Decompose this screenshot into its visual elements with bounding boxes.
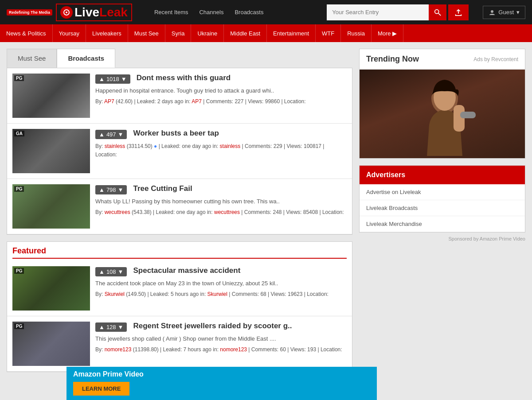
tab-must-see[interactable]: Must See xyxy=(7,49,57,68)
sidebar: Trending Now Ads by Revcontent xyxy=(359,49,525,372)
video-title[interactable]: Tree Cutting Fail xyxy=(133,184,192,193)
down-arrow-icon: ▼ xyxy=(121,76,127,82)
topnav-wtf[interactable]: WTF xyxy=(316,24,341,42)
up-arrow-icon: ▲ xyxy=(99,131,105,138)
logo-text: LiveLeak xyxy=(74,5,128,19)
video-meta: By: stainless (33114.50) ● | Leaked: one… xyxy=(95,142,347,159)
video-info: ▲ 128 ▼ Regent Street jewellers raided b… xyxy=(95,322,347,354)
topnav-yoursay[interactable]: Yoursay xyxy=(53,24,86,42)
tab-content: PG ▲ 1018 ▼ Dont mess with this guard Ha… xyxy=(7,68,352,235)
rating-badge: PG xyxy=(14,75,24,81)
featured-title-row: Featured xyxy=(7,242,352,261)
video-thumbnail[interactable]: PG xyxy=(12,74,90,118)
advertiser-link-1[interactable]: Advertise on Liveleak xyxy=(360,184,525,200)
channel-link[interactable]: nomore123 xyxy=(220,346,247,353)
tab-broadcasts[interactable]: Broadcasts xyxy=(57,49,115,68)
amazon-banner: Amazon Prime Video LEARN MORE xyxy=(66,367,377,379)
rating-badge: PG xyxy=(14,268,24,274)
up-arrow-icon: ▲ xyxy=(99,186,105,193)
down-arrow-icon: ▼ xyxy=(118,131,124,138)
video-title[interactable]: Spectacular massive accident xyxy=(133,266,240,275)
main-layout: Must See Broadcasts PG ▲ 1018 ▼ Dont xyxy=(0,42,532,379)
guest-label: Guest xyxy=(498,9,514,16)
table-row: PG ▲ 1018 ▼ Dont mess with this guard Ha… xyxy=(7,68,352,124)
down-arrow-icon: ▼ xyxy=(118,324,124,330)
video-info: ▲ 798 ▼ Tree Cutting Fail Whats Up LL! P… xyxy=(95,184,347,217)
amazon-banner-title: Amazon Prime Video xyxy=(66,367,377,379)
video-description: Happened in hospital entrance. Tough guy… xyxy=(95,87,347,95)
content-tabs: Must See Broadcasts xyxy=(7,49,352,68)
video-thumbnail[interactable]: PG xyxy=(12,266,90,311)
upload-button[interactable] xyxy=(448,4,469,20)
vote-badge[interactable]: ▲ 497 ▼ xyxy=(95,130,127,139)
video-title[interactable]: Dont mess with this guard xyxy=(137,74,231,82)
logo-area: Redefining The Media LiveLeak xyxy=(7,4,132,21)
logo-icon xyxy=(60,6,73,19)
rating-badge: GA xyxy=(14,131,24,136)
trending-title: Trending Now xyxy=(366,54,419,64)
video-description: This jewellers shop called ( Amir ) Shop… xyxy=(95,335,347,343)
channel-link[interactable]: AP7 xyxy=(192,98,202,105)
author-link[interactable]: wecuttrees xyxy=(105,209,130,215)
sponsored-label: Sponsored by Amazon Prime Video xyxy=(359,236,525,241)
vote-badge[interactable]: ▲ 128 ▼ xyxy=(95,322,127,332)
author-link[interactable]: nomore123 xyxy=(105,346,132,353)
search-input[interactable] xyxy=(327,4,429,20)
topnav-liveleakers[interactable]: Liveleakers xyxy=(86,24,128,42)
channel-link[interactable]: stainless xyxy=(220,143,241,149)
video-title[interactable]: Worker busts a beer tap xyxy=(133,129,219,138)
vote-badge[interactable]: ▲ 108 ▼ xyxy=(95,267,127,276)
topnav-mustsee[interactable]: Must See xyxy=(128,24,165,42)
topnav-ukraine[interactable]: Ukraine xyxy=(191,24,224,42)
author-link[interactable]: Skurwiel xyxy=(105,291,125,297)
topnav-middle-east[interactable]: Middle East xyxy=(224,24,267,42)
guest-chevron: ▾ xyxy=(516,9,520,16)
logo-leak: Leak xyxy=(99,5,128,19)
video-thumbnail[interactable]: GA xyxy=(12,129,90,173)
advertiser-link-3[interactable]: Liveleak Merchandise xyxy=(360,216,525,232)
channel-link[interactable]: wecuttrees xyxy=(214,209,240,215)
svg-line-3 xyxy=(438,13,441,15)
vote-badge[interactable]: ▲ 798 ▼ xyxy=(95,185,127,194)
up-arrow-icon: ▲ xyxy=(99,324,105,330)
video-thumbnail[interactable]: PG xyxy=(12,322,90,366)
down-arrow-icon: ▼ xyxy=(118,186,124,193)
nav-channels[interactable]: Channels xyxy=(199,9,223,16)
trending-image[interactable] xyxy=(360,70,525,158)
search-button[interactable] xyxy=(429,4,446,20)
down-arrow-icon: ▼ xyxy=(118,268,124,275)
more-label: More xyxy=(378,30,391,37)
video-title[interactable]: Regent Street jewellers raided by scoote… xyxy=(133,322,292,330)
svg-rect-8 xyxy=(460,112,476,118)
table-row: GA ▲ 497 ▼ Worker busts a beer tap By: s… xyxy=(7,124,352,179)
video-thumbnail[interactable]: PG xyxy=(12,184,90,229)
advertiser-link-2[interactable]: Liveleak Broadcasts xyxy=(360,200,525,216)
nav-recent-items[interactable]: Recent Items xyxy=(154,9,188,16)
video-meta: By: Skurwiel (149.50) | Leaked: 5 hours … xyxy=(95,290,347,299)
author-link[interactable]: AP7 xyxy=(104,98,114,105)
nav-broadcasts[interactable]: Broadcasts xyxy=(235,9,263,16)
svg-point-2 xyxy=(435,9,439,13)
topnav-syria[interactable]: Syria xyxy=(165,24,192,42)
svg-rect-7 xyxy=(454,105,465,132)
vote-badge[interactable]: ▲ 1018 ▼ xyxy=(95,74,130,84)
video-meta: By: AP7 (42.60) | Leaked: 2 days ago in:… xyxy=(95,97,347,106)
guest-button[interactable]: Guest ▾ xyxy=(483,6,525,19)
svg-point-4 xyxy=(491,10,493,13)
up-arrow-icon: ▲ xyxy=(99,76,105,82)
channel-link[interactable]: Skurwiel xyxy=(207,291,227,297)
topnav-russia[interactable]: Russia xyxy=(341,24,372,42)
site-header: Redefining The Media LiveLeak Recent Ite… xyxy=(0,0,532,24)
up-arrow-icon: ▲ xyxy=(99,268,105,275)
video-info: ▲ 1018 ▼ Dont mess with this guard Happe… xyxy=(95,74,347,106)
topnav-more[interactable]: More ▶ xyxy=(372,24,403,42)
advertisers-header: Advertisers xyxy=(360,166,525,184)
topnav-news-politics[interactable]: News & Politics xyxy=(0,24,53,42)
topnav-entertainment[interactable]: Entertainment xyxy=(267,24,316,42)
table-row: PG ▲ 798 ▼ Tree Cutting Fail Whats Up LL… xyxy=(7,179,352,234)
featured-section: Featured PG ▲ 108 ▼ Spectacular massive … xyxy=(7,241,352,372)
more-chevron-icon: ▶ xyxy=(392,30,397,37)
logo-box[interactable]: LiveLeak xyxy=(56,4,132,21)
trending-ads-label: Ads by Revcontent xyxy=(473,56,518,62)
author-link[interactable]: stainless xyxy=(105,143,125,149)
